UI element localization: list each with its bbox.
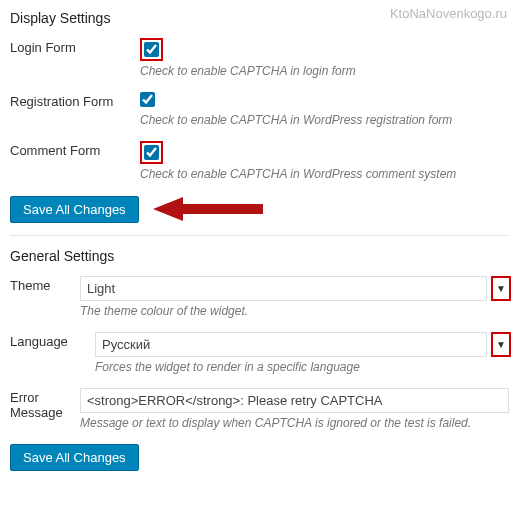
theme-select[interactable]: Light <box>80 276 487 301</box>
annotation-highlight-language-caret: ▼ <box>491 332 511 357</box>
annotation-highlight-comment <box>140 141 163 164</box>
registration-form-hint: Check to enable CAPTCHA in WordPress reg… <box>140 113 509 127</box>
theme-hint: The theme colour of the widget. <box>80 304 509 318</box>
login-form-label: Login Form <box>10 38 140 55</box>
error-message-input[interactable] <box>80 388 509 413</box>
svg-marker-0 <box>153 197 263 221</box>
registration-form-label: Registration Form <box>10 92 140 109</box>
theme-label: Theme <box>10 276 80 293</box>
login-form-hint: Check to enable CAPTCHA in login form <box>140 64 509 78</box>
save-all-changes-button[interactable]: Save All Changes <box>10 196 139 223</box>
theme-row: Theme Light ▼ The theme colour of the wi… <box>10 276 509 318</box>
registration-form-checkbox[interactable] <box>140 92 155 107</box>
general-settings-heading: General Settings <box>10 248 509 264</box>
comment-form-checkbox[interactable] <box>144 145 159 160</box>
error-message-hint: Message or text to display when CAPTCHA … <box>80 416 509 430</box>
language-hint: Forces the widget to render in a specifi… <box>95 360 509 374</box>
error-message-label: Error Message <box>10 388 80 420</box>
annotation-arrow-icon <box>153 195 263 223</box>
comment-form-label: Comment Form <box>10 141 140 158</box>
section-divider <box>10 235 509 236</box>
error-message-row: Error Message Message or text to display… <box>10 388 509 430</box>
language-select[interactable]: Русский <box>95 332 487 357</box>
annotation-highlight-login <box>140 38 163 61</box>
language-label: Language <box>10 332 95 349</box>
watermark-text: KtoNaNovenkogo.ru <box>390 6 507 21</box>
login-form-row: Login Form Check to enable CAPTCHA in lo… <box>10 38 509 78</box>
registration-form-row: Registration Form Check to enable CAPTCH… <box>10 92 509 127</box>
comment-form-hint: Check to enable CAPTCHA in WordPress com… <box>140 167 509 181</box>
login-form-checkbox[interactable] <box>144 42 159 57</box>
annotation-highlight-theme-caret: ▼ <box>491 276 511 301</box>
save-all-changes-button-bottom[interactable]: Save All Changes <box>10 444 139 471</box>
language-row: Language Русский ▼ Forces the widget to … <box>10 332 509 374</box>
comment-form-row: Comment Form Check to enable CAPTCHA in … <box>10 141 509 181</box>
